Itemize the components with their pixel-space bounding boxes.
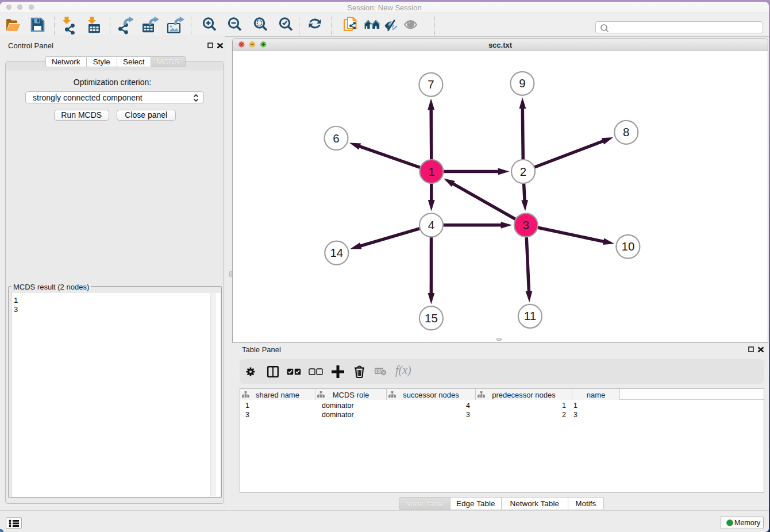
svg-text:8: 8	[623, 125, 629, 138]
svg-text:14: 14	[330, 246, 343, 259]
svg-text:3: 3	[522, 218, 529, 231]
svg-text:1: 1	[428, 164, 434, 178]
svg-text:9: 9	[519, 76, 525, 90]
svg-text:4: 4	[428, 218, 434, 231]
svg-text:7: 7	[428, 78, 434, 91]
svg-text:6: 6	[333, 131, 339, 144]
svg-text:10: 10	[621, 240, 634, 253]
svg-text:2: 2	[519, 164, 526, 178]
svg-text:15: 15	[424, 311, 437, 324]
svg-text:11: 11	[523, 309, 536, 322]
